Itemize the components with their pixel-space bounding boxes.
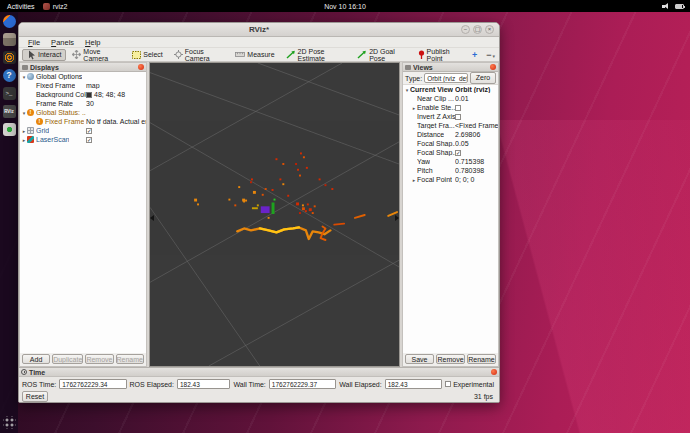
- displays-row-value[interactable]: 30: [86, 100, 146, 107]
- displays-close-icon[interactable]: [138, 64, 144, 70]
- chevron-down-icon: ▾: [492, 53, 495, 59]
- views-row-value[interactable]: ✓: [455, 150, 498, 156]
- close-icon[interactable]: ×: [485, 25, 494, 34]
- checkbox-unchecked[interactable]: [455, 114, 461, 120]
- views-type-dropdown[interactable]: Orbit (rviz_defa ▾: [424, 73, 468, 83]
- focused-app-menu[interactable]: rviz2: [43, 3, 68, 10]
- displays-row[interactable]: Frame Rate30: [20, 99, 146, 108]
- displays-row[interactable]: Fixed Framemap: [20, 81, 146, 90]
- tool-select[interactable]: Select: [127, 49, 167, 61]
- displays-row-value[interactable]: 48; 48; 48: [86, 91, 146, 98]
- displays-row[interactable]: ▸LaserScan✓: [20, 135, 146, 144]
- views-remove-button[interactable]: Remove: [436, 354, 465, 364]
- views-close-icon[interactable]: [490, 64, 496, 70]
- displays-add-button[interactable]: Add: [22, 354, 50, 364]
- displays-row-value[interactable]: No tf data. Actual err...: [86, 118, 146, 125]
- displays-row[interactable]: Background Color48; 48; 48: [20, 90, 146, 99]
- views-panel-header[interactable]: Views: [403, 63, 498, 72]
- clock-icon: [21, 369, 27, 375]
- displays-duplicate-button: Duplicate: [52, 354, 83, 364]
- minimize-icon[interactable]: −: [461, 25, 470, 34]
- displays-panel-header[interactable]: Displays: [20, 63, 146, 72]
- views-row[interactable]: Pitch0.780398: [403, 166, 498, 175]
- views-rename-button[interactable]: Rename: [467, 354, 496, 364]
- views-row[interactable]: Invert Z Axis: [403, 112, 498, 121]
- tool-move-camera[interactable]: Move Camera: [67, 49, 126, 61]
- dock-item-terminal-icon[interactable]: >_: [3, 87, 16, 100]
- splitter-collapse-right-icon[interactable]: [395, 215, 399, 221]
- tool-publish-point[interactable]: Publish Point: [413, 49, 467, 61]
- dock-item-software-icon[interactable]: [3, 123, 16, 136]
- views-row-value[interactable]: 0.780398: [455, 167, 498, 174]
- displays-row[interactable]: ▸Grid✓: [20, 126, 146, 135]
- views-row[interactable]: Near Clip ...0.01: [403, 94, 498, 103]
- display-name: Frame Rate: [36, 100, 73, 107]
- titlebar[interactable]: RViz* − ▢ ×: [19, 23, 499, 37]
- time-panel-header[interactable]: Time: [19, 368, 499, 377]
- views-row[interactable]: Focal Shap...✓: [403, 148, 498, 157]
- views-row[interactable]: ▸Focal Point0; 0; 0: [403, 175, 498, 184]
- dock-item-firefox-icon[interactable]: [3, 15, 16, 28]
- displays-row-value[interactable]: ✓: [86, 128, 146, 134]
- views-row-value[interactable]: Orbit (rviz): [455, 86, 498, 93]
- tool-interact[interactable]: Interact: [22, 49, 66, 61]
- dock-item-help-icon[interactable]: ?: [3, 69, 16, 82]
- displays-row-value[interactable]: ✓: [86, 137, 146, 143]
- tool-measure[interactable]: Measure: [230, 49, 279, 61]
- interact-cursor-icon: [27, 50, 36, 60]
- splitter-collapse-left-icon[interactable]: [150, 215, 154, 221]
- displays-row-value[interactable]: map: [86, 82, 146, 89]
- volume-icon[interactable]: [662, 3, 670, 10]
- tool-2d-pose-estimate[interactable]: 2D Pose Estimate: [281, 49, 352, 61]
- time-field-input[interactable]: 182.43: [385, 379, 442, 389]
- battery-icon[interactable]: [675, 4, 684, 9]
- menu-help[interactable]: Help: [80, 38, 105, 47]
- experimental-checkbox[interactable]: [445, 381, 451, 387]
- dock-item-files-icon[interactable]: [3, 33, 16, 46]
- tool-focus-camera[interactable]: Focus Camera: [169, 49, 230, 61]
- views-row-value[interactable]: 0.715398: [455, 158, 498, 165]
- views-row[interactable]: Distance2.69806: [403, 130, 498, 139]
- views-row[interactable]: ▾Current ViewOrbit (rviz): [403, 85, 498, 94]
- displays-row[interactable]: !Fixed FrameNo tf data. Actual err...: [20, 117, 146, 126]
- time-field-input[interactable]: 1762762229.34: [59, 379, 126, 389]
- enabled-checkbox[interactable]: ✓: [86, 128, 92, 134]
- views-row-value[interactable]: 0; 0; 0: [455, 176, 498, 183]
- views-row[interactable]: Focal Shap...0.05: [403, 139, 498, 148]
- views-row[interactable]: ▸Enable Ste...: [403, 103, 498, 112]
- displays-row[interactable]: ▾Global Options: [20, 72, 146, 81]
- reset-button[interactable]: Reset: [22, 391, 48, 402]
- menu-file[interactable]: File: [23, 38, 45, 47]
- views-row-value[interactable]: [455, 105, 498, 111]
- render-viewport[interactable]: [149, 62, 400, 367]
- maximize-icon[interactable]: ▢: [473, 25, 482, 34]
- laser-scan-point: [319, 178, 321, 180]
- views-row[interactable]: Target Fra...<Fixed Frame>: [403, 121, 498, 130]
- views-save-button[interactable]: Save: [405, 354, 434, 364]
- remove-tool-button[interactable]: −▾: [482, 50, 499, 60]
- views-row-value[interactable]: 2.69806: [455, 131, 498, 138]
- views-row[interactable]: Yaw0.715398: [403, 157, 498, 166]
- dock-item-show-apps-icon[interactable]: [3, 416, 16, 429]
- time-field-input[interactable]: 1762762229.37: [269, 379, 336, 389]
- zero-button[interactable]: Zero: [470, 72, 496, 84]
- views-row-value[interactable]: 0.05: [455, 140, 498, 147]
- menu-panels[interactable]: Panels: [46, 38, 79, 47]
- views-row-value[interactable]: <Fixed Frame>: [455, 122, 498, 129]
- time-field-input[interactable]: 182.43: [177, 379, 230, 389]
- displays-row[interactable]: ▾!Global Status: ...: [20, 108, 146, 117]
- views-row-value[interactable]: 0.01: [455, 95, 498, 102]
- clock[interactable]: Nov 10 16:10: [324, 3, 366, 10]
- time-close-icon[interactable]: [491, 369, 497, 375]
- activities-button[interactable]: Activities: [7, 3, 35, 10]
- views-row-value[interactable]: [455, 114, 498, 120]
- tool-label: Move Camera: [83, 48, 121, 62]
- enabled-checkbox[interactable]: ✓: [86, 137, 92, 143]
- add-tool-button[interactable]: +: [468, 50, 481, 60]
- dock-item-rviz-icon[interactable]: RViz: [3, 105, 16, 118]
- dock-item-rhythmbox-icon[interactable]: [3, 51, 16, 64]
- checkbox-unchecked[interactable]: [455, 105, 461, 111]
- tool-2d-goal-pose[interactable]: 2D Goal Pose: [352, 49, 411, 61]
- checkbox-checked[interactable]: ✓: [455, 150, 461, 156]
- laser-scan-point: [296, 202, 299, 205]
